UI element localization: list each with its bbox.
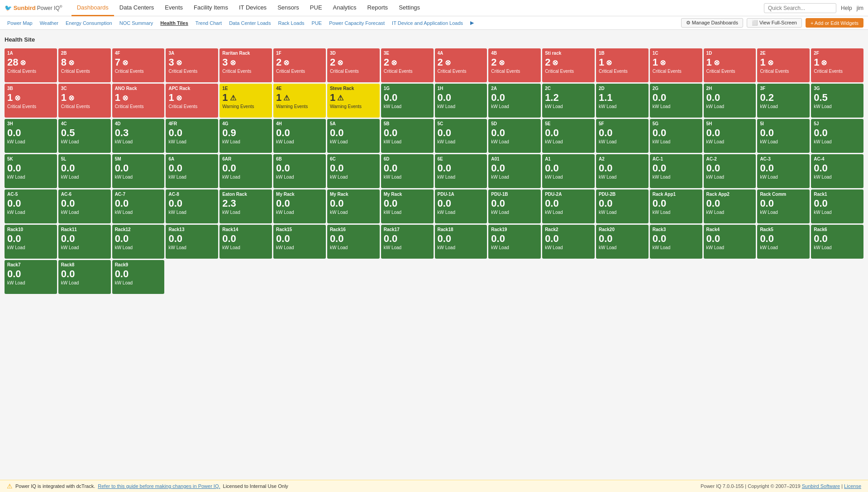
health-tile[interactable]: AC-40.0kW Load bbox=[811, 154, 863, 188]
health-tile[interactable]: My Rack0.0kW Load bbox=[327, 189, 380, 223]
health-tile[interactable]: PDU-2A0.0kW Load bbox=[542, 189, 595, 223]
user-menu[interactable]: jim bbox=[857, 5, 863, 11]
health-tile[interactable]: 1F2⊗Critical Events bbox=[273, 48, 326, 82]
health-tile[interactable]: AC-70.0kW Load bbox=[112, 189, 165, 223]
health-tile[interactable]: 3E2⊗Critical Events bbox=[381, 48, 434, 82]
health-tile[interactable]: Rack110.0kW Load bbox=[58, 225, 111, 259]
health-tile[interactable]: PDU-1A0.0kW Load bbox=[435, 189, 487, 223]
health-tile[interactable]: Rack190.0kW Load bbox=[488, 225, 541, 259]
subnav-health[interactable]: Health Tiles bbox=[157, 20, 191, 26]
subnav-noc[interactable]: NOC Summary bbox=[117, 20, 156, 26]
health-tile[interactable]: My Rack0.0kW Load bbox=[381, 189, 434, 223]
health-tile[interactable]: Rack180.0kW Load bbox=[435, 225, 487, 259]
health-tile[interactable]: 1E1⚠Warning Events bbox=[219, 84, 272, 118]
health-tile[interactable]: 3C1⊗Critical Events bbox=[58, 84, 111, 118]
nav-facilityitems[interactable]: Facility Items bbox=[188, 0, 234, 16]
health-tile[interactable]: AC-80.0kW Load bbox=[166, 189, 218, 223]
health-tile[interactable]: 1G0.0kW Load bbox=[381, 84, 434, 118]
health-tile[interactable]: Sti rack2⊗Critical Events bbox=[542, 48, 595, 82]
health-tile[interactable]: 5D0.0kW Load bbox=[488, 119, 541, 153]
health-tile[interactable]: 2F1⊗Critical Events bbox=[811, 48, 863, 82]
health-tile[interactable]: Rack200.0kW Load bbox=[596, 225, 649, 259]
health-tile[interactable]: PDU-1B0.0kW Load bbox=[488, 189, 541, 223]
health-tile[interactable]: Rack30.0kW Load bbox=[650, 225, 702, 259]
health-tile[interactable]: 5B0.0kW Load bbox=[381, 119, 434, 153]
health-tile[interactable]: 5J0.0kW Load bbox=[811, 119, 863, 153]
nav-reports[interactable]: Reports bbox=[362, 0, 394, 16]
health-tile[interactable]: 1C1⊗Critical Events bbox=[650, 48, 702, 82]
health-tile[interactable]: Rack Comm0.0kW Load bbox=[757, 189, 810, 223]
health-tile[interactable]: 2A0.0kW Load bbox=[488, 84, 541, 118]
health-tile[interactable]: 4C0.5kW Load bbox=[58, 119, 111, 153]
nav-dashboards[interactable]: Dashboards bbox=[72, 0, 114, 16]
health-tile[interactable]: 6D0.0kW Load bbox=[381, 154, 434, 188]
health-tile[interactable]: 4G0.9kW Load bbox=[219, 119, 272, 153]
health-tile[interactable]: 3G0.5kW Load bbox=[811, 84, 863, 118]
help-menu[interactable]: Help bbox=[841, 5, 852, 11]
health-tile[interactable]: Rack170.0kW Load bbox=[381, 225, 434, 259]
health-tile[interactable]: 6A0.0kW Load bbox=[166, 154, 218, 188]
health-tile[interactable]: AC-10.0kW Load bbox=[650, 154, 702, 188]
health-tile[interactable]: Rack90.0kW Load bbox=[112, 260, 165, 294]
subnav-energy[interactable]: Energy Consumption bbox=[63, 20, 115, 26]
subnav-powermap[interactable]: Power Map bbox=[5, 20, 35, 26]
health-tile[interactable]: Rack20.0kW Load bbox=[542, 225, 595, 259]
health-tile[interactable]: PDU-2B0.0kW Load bbox=[596, 189, 649, 223]
health-tile[interactable]: Rack130.0kW Load bbox=[166, 225, 218, 259]
view-fullscreen-button[interactable]: ⬜ View Full-Screen bbox=[747, 18, 802, 28]
health-tile[interactable]: 1A28⊗Critical Events bbox=[5, 48, 57, 82]
health-tile[interactable]: 5L0.0kW Load bbox=[58, 154, 111, 188]
health-tile[interactable]: 6AR0.0kW Load bbox=[219, 154, 272, 188]
health-tile[interactable]: 2E1⊗Critical Events bbox=[757, 48, 810, 82]
health-tile[interactable]: Rack App10.0kW Load bbox=[650, 189, 702, 223]
health-tile[interactable]: Rack50.0kW Load bbox=[757, 225, 810, 259]
health-tile[interactable]: A010.0kW Load bbox=[488, 154, 541, 188]
health-tile[interactable]: 3A3⊗Critical Events bbox=[166, 48, 218, 82]
health-tile[interactable]: 5F0.0kW Load bbox=[596, 119, 649, 153]
health-tile[interactable]: AC-30.0kW Load bbox=[757, 154, 810, 188]
health-tile[interactable]: Eaton Rack2.3kW Load bbox=[219, 189, 272, 223]
health-tile[interactable]: Rack App20.0kW Load bbox=[704, 189, 756, 223]
health-tile[interactable]: 5A0.0kW Load bbox=[327, 119, 380, 153]
health-tile[interactable]: 4A2⊗Critical Events bbox=[435, 48, 487, 82]
manage-dashboards-button[interactable]: ⚙ Manage Dashboards bbox=[681, 18, 743, 28]
health-tile[interactable]: 4D0.3kW Load bbox=[112, 119, 165, 153]
health-tile[interactable]: My Rack0.0kW Load bbox=[273, 189, 326, 223]
health-tile[interactable]: AC-60.0kW Load bbox=[58, 189, 111, 223]
subnav-itdevice[interactable]: IT Device and Application Loads bbox=[389, 20, 466, 26]
health-tile[interactable]: 5C0.0kW Load bbox=[435, 119, 487, 153]
search-input[interactable] bbox=[764, 3, 836, 13]
health-tile[interactable]: Rack160.0kW Load bbox=[327, 225, 380, 259]
health-tile[interactable]: Rack80.0kW Load bbox=[58, 260, 111, 294]
health-tile[interactable]: 4FR0.0kW Load bbox=[166, 119, 218, 153]
health-tile[interactable]: 6C0.0kW Load bbox=[327, 154, 380, 188]
health-tile[interactable]: Rack10.0kW Load bbox=[811, 189, 863, 223]
health-tile[interactable]: 5H0.0kW Load bbox=[704, 119, 756, 153]
add-edit-widgets-button[interactable]: + Add or Edit Widgets bbox=[806, 18, 863, 28]
subnav-rackloads[interactable]: Rack Loads bbox=[276, 20, 307, 26]
health-tile[interactable]: 6B0.0kW Load bbox=[273, 154, 326, 188]
subnav-trend[interactable]: Trend Chart bbox=[193, 20, 224, 26]
nav-sensors[interactable]: Sensors bbox=[272, 0, 305, 16]
health-tile[interactable]: 5G0.0kW Load bbox=[650, 119, 702, 153]
health-tile[interactable]: 4F7⊗Critical Events bbox=[112, 48, 165, 82]
nav-pue[interactable]: PUE bbox=[305, 0, 328, 16]
health-tile[interactable]: Rack40.0kW Load bbox=[704, 225, 756, 259]
health-tile[interactable]: Rack150.0kW Load bbox=[273, 225, 326, 259]
health-tile[interactable]: 1D1⊗Critical Events bbox=[704, 48, 756, 82]
health-tile[interactable]: 3D2⊗Critical Events bbox=[327, 48, 380, 82]
nav-analytics[interactable]: Analytics bbox=[328, 0, 362, 16]
subnav-datacenterloads[interactable]: Data Center Loads bbox=[226, 20, 273, 26]
health-tile[interactable]: A20.0kW Load bbox=[596, 154, 649, 188]
subnav-more[interactable]: ▶ bbox=[467, 20, 477, 26]
health-tile[interactable]: Rack140.0kW Load bbox=[219, 225, 272, 259]
health-tile[interactable]: Rack120.0kW Load bbox=[112, 225, 165, 259]
health-tile[interactable]: 1H0.0kW Load bbox=[435, 84, 487, 118]
health-tile[interactable]: 4H0.0kW Load bbox=[273, 119, 326, 153]
health-tile[interactable]: 5K0.0kW Load bbox=[5, 154, 57, 188]
health-tile[interactable]: 1B1⊗Critical Events bbox=[596, 48, 649, 82]
health-tile[interactable]: 2D1.1kW Load bbox=[596, 84, 649, 118]
health-tile[interactable]: APC Rack1⊗Critical Events bbox=[166, 84, 218, 118]
health-tile[interactable]: Rack60.0kW Load bbox=[811, 225, 863, 259]
health-tile[interactable]: AC-50.0kW Load bbox=[5, 189, 57, 223]
